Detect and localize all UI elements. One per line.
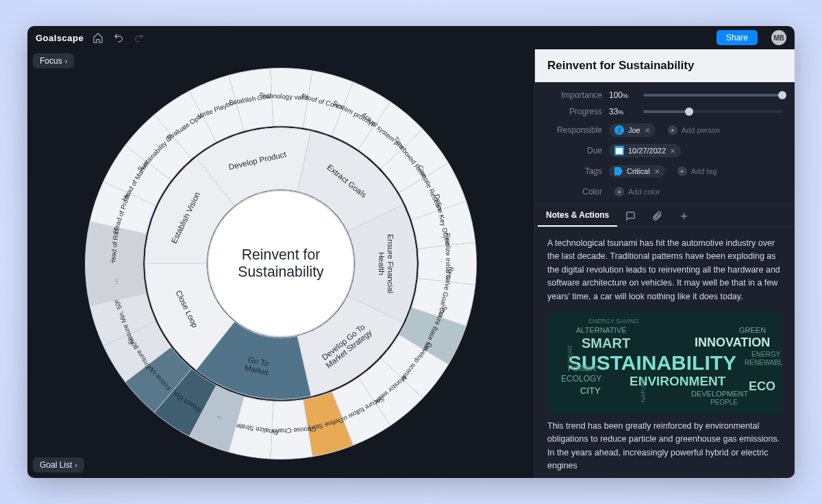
wordcloud-image: SUSTAINABILITY SMART INNOVATION ENVIRONM… — [547, 312, 782, 414]
inspector-panel: Reinvent for Sustainability Importance 1… — [534, 49, 795, 478]
app-window: Goalscape Share MB Focus › Goal List › — [27, 26, 795, 478]
color-label: Color — [547, 187, 602, 197]
center-title-1: Reinvent for — [242, 247, 321, 263]
progress-slider[interactable] — [643, 110, 782, 113]
panel-tabs: Notes & Actions — [535, 204, 795, 227]
importance-value: 100% — [609, 90, 636, 100]
importance-label: Importance — [547, 90, 602, 100]
due-chip[interactable]: 10/27/2022 ✕ — [609, 144, 681, 158]
goal-wheel[interactable]: Head of R&DHead of ProductHead of Market… — [75, 58, 486, 469]
redo-icon[interactable] — [133, 32, 145, 44]
responsible-label: Responsible — [547, 125, 602, 135]
progress-value: 33% — [609, 107, 636, 116]
goal-canvas[interactable]: Focus › Goal List › Head of R&DHead of P… — [27, 49, 534, 478]
tag-icon — [614, 167, 623, 175]
responsible-row: Responsible 👤 Joe ✕ + Add person — [547, 123, 782, 137]
due-row: Due 10/27/2022 ✕ — [547, 144, 782, 158]
top-bar: Goalscape Share MB — [27, 26, 795, 49]
tags-row: Tags Critical ✕ + Add tag — [547, 164, 782, 178]
app-title: Goalscape — [36, 33, 84, 43]
tags-label: Tags — [547, 166, 602, 176]
remove-icon[interactable]: ✕ — [645, 127, 650, 134]
panel-title: Reinvent for Sustainability — [535, 49, 795, 82]
add-color-button[interactable]: + Add color — [609, 185, 665, 199]
tab-add[interactable] — [671, 205, 697, 227]
person-icon: 👤 — [614, 125, 624, 135]
note-paragraph-1: A technological tsunami has hit the auto… — [547, 237, 782, 303]
remove-icon[interactable]: ✕ — [654, 168, 660, 175]
importance-row: Importance 100% — [547, 90, 782, 100]
due-label: Due — [547, 146, 602, 155]
note-paragraph-2: This trend has been greatly reinforced b… — [547, 420, 782, 473]
avatar[interactable]: MB — [771, 30, 786, 45]
plus-icon: + — [677, 166, 687, 176]
tag-chip[interactable]: Critical ✕ — [609, 165, 665, 177]
tab-notes[interactable]: Notes & Actions — [538, 205, 617, 227]
remove-icon[interactable]: ✕ — [670, 147, 675, 155]
notes-body[interactable]: A technological tsunami has hit the auto… — [535, 227, 795, 478]
tab-attachments[interactable] — [644, 205, 671, 227]
color-row: Color + Add color — [547, 185, 782, 199]
home-icon[interactable] — [92, 32, 104, 44]
plus-icon: + — [614, 187, 624, 197]
undo-icon[interactable] — [112, 32, 125, 44]
importance-slider[interactable] — [643, 94, 782, 97]
share-button[interactable]: Share — [717, 30, 758, 45]
calendar-icon — [614, 146, 624, 155]
progress-label: Progress — [547, 107, 602, 116]
add-tag-button[interactable]: + Add tag — [672, 164, 723, 178]
tab-comments[interactable] — [617, 205, 644, 227]
center-title-2: Sustainability — [238, 264, 324, 280]
progress-row: Progress 33% — [547, 107, 782, 116]
add-person-button[interactable]: + Add person — [662, 123, 725, 137]
plus-icon: + — [668, 125, 677, 135]
responsible-chip[interactable]: 👤 Joe ✕ — [609, 123, 656, 137]
wheel-slice-label: ... — [110, 279, 119, 285]
